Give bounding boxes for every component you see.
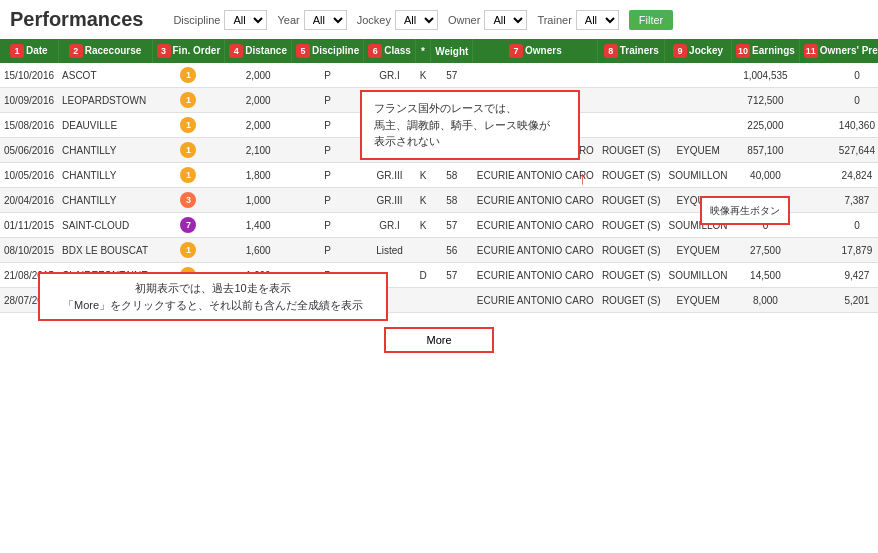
jockey-filter: Jockey All [357, 10, 438, 30]
col-owners-premiums[interactable]: 11Owners' Premiums [799, 39, 878, 63]
cell-jockey: EYQUEM [665, 288, 732, 313]
cell-owners-prem: 0 [799, 63, 878, 88]
cell-fin-order: 1 [152, 113, 225, 138]
fin-order-badge: 1 [180, 67, 196, 83]
cell-racecourse: CHANTILLY [58, 138, 152, 163]
col-jockey[interactable]: 9Jockey [665, 39, 732, 63]
cell-owner: ECURIE ANTONIO CARO [473, 213, 598, 238]
cell-date: 10/09/2016 [0, 88, 58, 113]
table-header-row: 1Date 2Racecourse 3Fin. Order 4Distance … [0, 39, 878, 63]
cell-discipline: P [292, 238, 364, 263]
page-title: Performances [10, 8, 143, 31]
cell-trainer: ROUGET (S) [598, 288, 665, 313]
trainer-filter: Trainer All [537, 10, 618, 30]
cell-trainer [598, 88, 665, 113]
cell-jockey [665, 113, 732, 138]
col-distance[interactable]: 4Distance [225, 39, 292, 63]
col-date[interactable]: 1Date [0, 39, 58, 63]
col-discipline[interactable]: 5Discipline [292, 39, 364, 63]
cell-owners-prem: 140,360 [799, 113, 878, 138]
replay-tooltip: 映像再生ボタン [700, 196, 790, 225]
fin-order-badge: 3 [180, 192, 196, 208]
more-tooltip: 初期表示では、過去10走を表示 「More」をクリックすると、それ以前も含んだ全… [38, 272, 388, 321]
cell-star [415, 288, 430, 313]
cell-fin-order: 3 [152, 188, 225, 213]
cell-distance: 2,100 [225, 138, 292, 163]
foreign-race-tooltip: フランス国外のレースでは、 馬主、調教師、騎手、レース映像が 表示されない [360, 90, 580, 160]
trainer-select[interactable]: All [576, 10, 619, 30]
cell-trainer: ROUGET (S) [598, 263, 665, 288]
cell-racecourse: ASCOT [58, 63, 152, 88]
cell-date: 08/10/2015 [0, 238, 58, 263]
cell-distance: 2,000 [225, 113, 292, 138]
cell-fin-order: 1 [152, 238, 225, 263]
cell-trainer [598, 63, 665, 88]
cell-date: 01/11/2015 [0, 213, 58, 238]
filter-button[interactable]: Filter [629, 10, 673, 30]
cell-owner [473, 63, 598, 88]
cell-jockey: SOUMILLON [665, 163, 732, 188]
cell-racecourse: DEAUVILLE [58, 113, 152, 138]
cell-class: GR.III [364, 188, 416, 213]
col-class[interactable]: 6Class [364, 39, 416, 63]
col-fin-order[interactable]: 3Fin. Order [152, 39, 225, 63]
cell-weight: 56 [431, 238, 473, 263]
cell-class: GR.I [364, 63, 416, 88]
cell-distance: 1,800 [225, 163, 292, 188]
col-earnings[interactable]: 10Earnings [732, 39, 800, 63]
year-select[interactable]: All [304, 10, 347, 30]
cell-discipline: P [292, 63, 364, 88]
cell-discipline: P [292, 88, 364, 113]
cell-star: K [415, 63, 430, 88]
cell-weight: 57 [431, 263, 473, 288]
cell-weight: 58 [431, 188, 473, 213]
cell-earnings: 14,500 [732, 263, 800, 288]
discipline-filter: Discipline All [173, 10, 267, 30]
cell-owners-prem: 17,879 [799, 238, 878, 263]
table-row: 08/10/2015 BDX LE BOUSCAT 1 1,600 P List… [0, 238, 878, 263]
table-row: 10/05/2016 CHANTILLY 1 1,800 P GR.III K … [0, 163, 878, 188]
col-owners[interactable]: 7Owners [473, 39, 598, 63]
cell-fin-order: 1 [152, 138, 225, 163]
cell-star [415, 238, 430, 263]
cell-date: 05/06/2016 [0, 138, 58, 163]
owner-select[interactable]: All [484, 10, 527, 30]
cell-earnings: 225,000 [732, 113, 800, 138]
cell-owner: ECURIE ANTONIO CARO [473, 238, 598, 263]
cell-date: 10/05/2016 [0, 163, 58, 188]
col-trainers[interactable]: 8Trainers [598, 39, 665, 63]
cell-star: K [415, 188, 430, 213]
cell-owners-prem: 24,824 [799, 163, 878, 188]
cell-weight: 58 [431, 163, 473, 188]
cell-jockey: SOUMILLON [665, 263, 732, 288]
cell-owners-prem: 5,201 [799, 288, 878, 313]
cell-trainer: ROUGET (S) [598, 188, 665, 213]
cell-class: Listed [364, 238, 416, 263]
cell-date: 20/04/2016 [0, 188, 58, 213]
cell-trainer: ROUGET (S) [598, 213, 665, 238]
jockey-select[interactable]: All [395, 10, 438, 30]
fin-order-badge: 1 [180, 242, 196, 258]
cell-earnings: 1,004,535 [732, 63, 800, 88]
cell-star: D [415, 263, 430, 288]
cell-trainer: ROUGET (S) [598, 163, 665, 188]
cell-weight: 57 [431, 213, 473, 238]
cell-distance: 1,400 [225, 213, 292, 238]
cell-class: GR.I [364, 213, 416, 238]
discipline-select[interactable]: All [224, 10, 267, 30]
table-row: 15/10/2016 ASCOT 1 2,000 P GR.I K 57 1,0… [0, 63, 878, 88]
cell-discipline: P [292, 188, 364, 213]
cell-date: 15/08/2016 [0, 113, 58, 138]
cell-discipline: P [292, 213, 364, 238]
cell-owners-prem: 0 [799, 88, 878, 113]
cell-earnings: 40,000 [732, 163, 800, 188]
more-button[interactable]: More [384, 327, 493, 353]
cell-racecourse: BDX LE BOUSCAT [58, 238, 152, 263]
cell-owners-prem: 0 [799, 213, 878, 238]
cell-earnings: 857,100 [732, 138, 800, 163]
cell-discipline: P [292, 138, 364, 163]
col-racecourse[interactable]: 2Racecourse [58, 39, 152, 63]
cell-trainer [598, 113, 665, 138]
cell-star: K [415, 163, 430, 188]
cell-owners-prem: 7,387 [799, 188, 878, 213]
